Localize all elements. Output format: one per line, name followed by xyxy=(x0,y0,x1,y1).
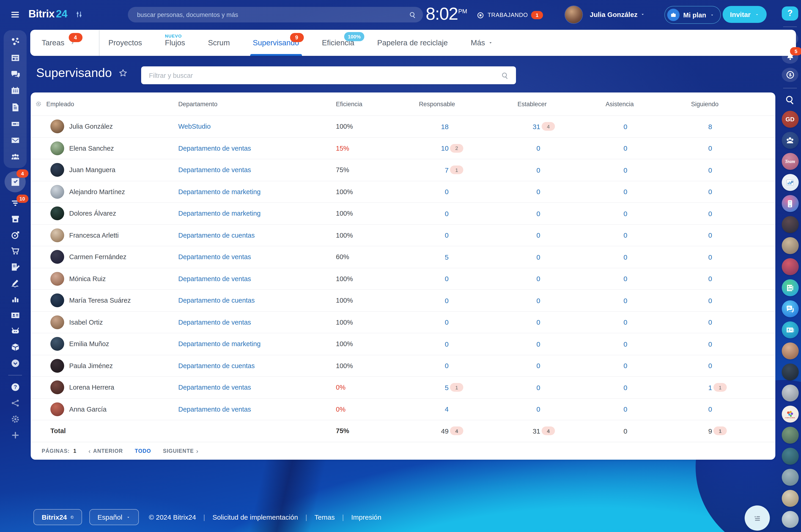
drive-icon[interactable] xyxy=(10,118,20,129)
assisting-value[interactable]: 0 xyxy=(623,188,627,196)
clock-widget[interactable]: 8:02PM xyxy=(426,4,467,24)
department-link[interactable]: Departamento de ventas xyxy=(178,406,251,413)
following-value[interactable]: 0 xyxy=(708,340,712,348)
sites-icon[interactable] xyxy=(10,398,20,408)
assisting-value[interactable]: 0 xyxy=(623,166,627,174)
employee-name[interactable]: Julia González xyxy=(69,123,113,130)
language-selector[interactable]: Español xyxy=(89,509,139,525)
set-by-value[interactable]: 0 xyxy=(536,210,540,217)
following-value[interactable]: 0 xyxy=(708,275,712,283)
employee-name[interactable]: Carmen Fernández xyxy=(69,253,126,261)
employee-name[interactable]: Emilia Muñoz xyxy=(69,340,109,348)
following-value[interactable]: 0 xyxy=(708,231,712,239)
chat-avatar-person[interactable] xyxy=(782,216,799,233)
employee-name[interactable]: Paula Jiménez xyxy=(69,362,113,369)
responsible-value[interactable]: 7 xyxy=(445,166,449,174)
settings-icon[interactable] xyxy=(10,414,20,424)
assisting-value[interactable]: 0 xyxy=(623,340,627,348)
employee-name[interactable]: María Teresa Suárez xyxy=(69,297,131,304)
crm-icon[interactable]: 10 xyxy=(10,198,20,208)
previous-page-button[interactable]: ‹ANTERIOR xyxy=(88,448,123,454)
assisting-value[interactable]: 0 xyxy=(623,384,627,392)
tab-mas[interactable]: Más xyxy=(471,30,493,56)
set-by-value[interactable]: 0 xyxy=(536,145,540,152)
department-link[interactable]: Departamento de cuentas xyxy=(178,297,255,304)
assisting-value[interactable]: 0 xyxy=(623,275,627,283)
assisting-value[interactable]: 0 xyxy=(623,145,627,152)
chat-avatar-news-app[interactable] xyxy=(782,279,799,296)
invite-button[interactable]: Invitar xyxy=(723,6,767,23)
search-icon[interactable] xyxy=(409,11,417,19)
following-value[interactable]: 0 xyxy=(708,166,712,174)
tab-proyectos[interactable]: Proyectos xyxy=(108,30,142,56)
chat-avatar-person[interactable] xyxy=(782,511,799,528)
following-value[interactable]: 0 xyxy=(708,319,712,326)
chats-icon[interactable] xyxy=(10,69,20,80)
chat-avatar-person[interactable] xyxy=(782,363,799,380)
chat-avatar-dashboard[interactable] xyxy=(782,174,799,191)
analytics-icon[interactable] xyxy=(10,294,20,304)
bitrix24-footer-button[interactable]: Bitrix24© xyxy=(34,509,82,525)
set-by-value[interactable]: 0 xyxy=(536,340,540,348)
responsible-value[interactable]: 0 xyxy=(445,340,449,348)
responsible-value[interactable]: 18 xyxy=(441,123,449,131)
department-link[interactable]: Departamento de cuentas xyxy=(178,362,255,369)
set-by-value[interactable]: 0 xyxy=(536,297,540,304)
tab-supervisando[interactable]: Supervisando9 xyxy=(253,30,299,56)
chat-avatar-person[interactable] xyxy=(782,469,799,486)
column-header-responsable[interactable]: Responsable xyxy=(378,100,464,107)
set-by-value[interactable]: 31 xyxy=(533,123,540,131)
my-plan-button[interactable]: Mi plan xyxy=(665,6,721,24)
responsible-value[interactable]: 0 xyxy=(445,319,449,326)
assisting-value[interactable]: 0 xyxy=(623,362,627,370)
following-value[interactable]: 8 xyxy=(708,123,712,131)
menu-icon[interactable] xyxy=(10,10,20,20)
messenger-button[interactable] xyxy=(782,68,798,82)
show-all-button[interactable]: TODO xyxy=(135,448,151,454)
set-by-value[interactable]: 0 xyxy=(536,405,540,413)
notifications-button[interactable]: 5 xyxy=(782,50,798,64)
responsible-value[interactable]: 10 xyxy=(441,145,449,152)
tab-tareas[interactable]: Tareas4 xyxy=(42,30,75,56)
column-header-asistencia[interactable]: Asistencia xyxy=(556,100,643,107)
department-link[interactable]: Departamento de ventas xyxy=(178,384,251,391)
assisting-value[interactable]: 0 xyxy=(623,123,627,131)
responsible-value[interactable]: 0 xyxy=(445,188,449,196)
quick-settings-icon[interactable] xyxy=(75,10,84,19)
chat-avatar-person[interactable] xyxy=(782,448,799,465)
department-link[interactable]: Departamento de marketing xyxy=(178,210,261,217)
assisting-value[interactable]: 0 xyxy=(623,253,627,261)
following-value[interactable]: 0 xyxy=(708,362,712,370)
copilot-button[interactable] xyxy=(782,31,798,45)
smart-process-icon[interactable] xyxy=(10,262,20,272)
employee-name[interactable]: Elena Sanchez xyxy=(69,145,114,152)
chat-avatar-mobile[interactable] xyxy=(782,195,799,212)
chat-avatar-person[interactable] xyxy=(782,490,799,507)
department-link[interactable]: Departamento de ventas xyxy=(178,145,251,152)
tab-eficiencia[interactable]: Eficiencia100% xyxy=(322,30,354,56)
column-header-departamento[interactable]: Departamento xyxy=(178,100,320,107)
employee-name[interactable]: Alejandro Martínez xyxy=(69,188,125,195)
set-by-value[interactable]: 0 xyxy=(536,275,540,283)
intranet-icon[interactable] xyxy=(10,36,20,47)
more-icon[interactable] xyxy=(10,358,20,368)
responsible-value[interactable]: 0 xyxy=(445,362,449,370)
employee-name[interactable]: Juan Manguera xyxy=(69,167,115,174)
department-link[interactable]: Departamento de cuentas xyxy=(178,232,255,239)
following-value[interactable]: 0 xyxy=(708,145,712,152)
footer-link-implementation[interactable]: Solicitud de implementación xyxy=(213,513,298,521)
department-link[interactable]: Departamento de marketing xyxy=(178,188,261,195)
e-sign-icon[interactable] xyxy=(10,278,20,288)
user-avatar[interactable] xyxy=(565,6,582,23)
employee-name[interactable]: Lorena Herrera xyxy=(69,384,114,391)
assisting-value[interactable]: 0 xyxy=(623,297,627,304)
chat-avatar-person[interactable] xyxy=(782,342,799,359)
add-icon[interactable] xyxy=(10,430,20,440)
tab-flujos[interactable]: FlujosNUEVO xyxy=(165,30,185,56)
quick-notes-fab[interactable] xyxy=(745,506,770,531)
online-store-icon[interactable] xyxy=(10,246,20,256)
help-icon[interactable]: ? xyxy=(10,382,20,392)
company-card-icon[interactable] xyxy=(10,310,20,321)
department-link[interactable]: Departamento de ventas xyxy=(178,319,251,326)
following-value[interactable]: 0 xyxy=(708,210,712,217)
